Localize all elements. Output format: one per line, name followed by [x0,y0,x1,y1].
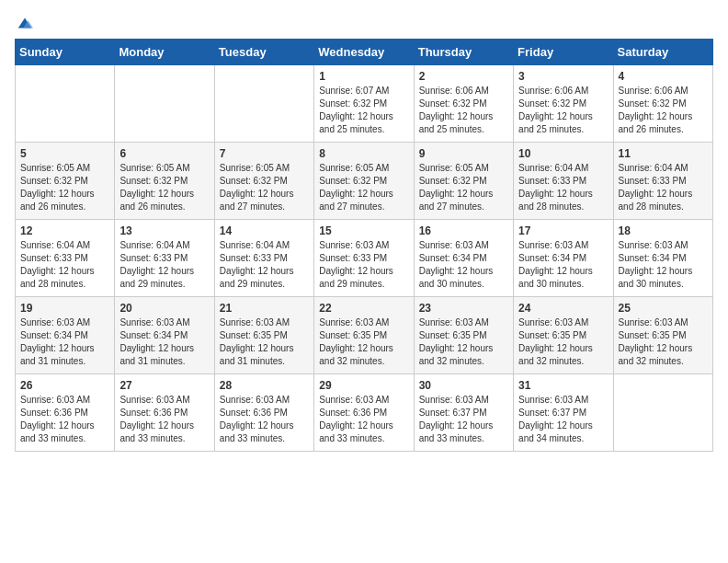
day-info: Sunrise: 6:03 AM Sunset: 6:35 PM Dayligh… [619,316,708,368]
day-info: Sunrise: 6:04 AM Sunset: 6:33 PM Dayligh… [119,239,209,291]
day-number: 18 [619,224,708,237]
calendar-cell: 18Sunrise: 6:03 AM Sunset: 6:34 PM Dayli… [613,220,712,297]
day-info: Sunrise: 6:06 AM Sunset: 6:32 PM Dayligh… [518,85,608,136]
day-info: Sunrise: 6:07 AM Sunset: 6:32 PM Dayligh… [319,85,408,136]
day-number: 15 [319,224,408,237]
day-info: Sunrise: 6:03 AM Sunset: 6:33 PM Dayligh… [319,239,408,291]
day-info: Sunrise: 6:05 AM Sunset: 6:32 PM Dayligh… [20,162,109,213]
day-info: Sunrise: 6:05 AM Sunset: 6:32 PM Dayligh… [119,162,209,213]
day-number: 6 [119,147,209,160]
calendar-cell: 9Sunrise: 6:05 AM Sunset: 6:32 PM Daylig… [414,143,513,220]
calendar-cell: 10Sunrise: 6:04 AM Sunset: 6:33 PM Dayli… [514,143,613,220]
day-info: Sunrise: 6:03 AM Sunset: 6:34 PM Dayligh… [20,316,109,368]
day-number: 13 [119,224,209,237]
day-number: 31 [518,379,608,392]
header-thursday: Thursday [414,40,513,65]
calendar-cell [115,65,214,143]
calendar-week-row: 1Sunrise: 6:07 AM Sunset: 6:32 PM Daylig… [16,65,713,143]
day-info: Sunrise: 6:06 AM Sunset: 6:32 PM Dayligh… [419,85,508,136]
calendar-cell: 2Sunrise: 6:06 AM Sunset: 6:32 PM Daylig… [414,65,513,143]
calendar-cell: 23Sunrise: 6:03 AM Sunset: 6:35 PM Dayli… [414,297,513,374]
calendar-cell: 26Sunrise: 6:03 AM Sunset: 6:36 PM Dayli… [16,374,115,452]
day-number: 29 [319,379,408,392]
day-info: Sunrise: 6:03 AM Sunset: 6:34 PM Dayligh… [518,239,608,291]
day-number: 25 [619,302,708,315]
calendar-cell: 13Sunrise: 6:04 AM Sunset: 6:33 PM Dayli… [115,220,214,297]
calendar-week-row: 26Sunrise: 6:03 AM Sunset: 6:36 PM Dayli… [16,374,713,452]
day-info: Sunrise: 6:03 AM Sunset: 6:37 PM Dayligh… [419,394,508,445]
day-number: 1 [319,70,408,83]
calendar-cell [613,374,712,452]
calendar-week-row: 19Sunrise: 6:03 AM Sunset: 6:34 PM Dayli… [16,297,713,374]
day-info: Sunrise: 6:05 AM Sunset: 6:32 PM Dayligh… [419,162,508,213]
calendar-cell: 6Sunrise: 6:05 AM Sunset: 6:32 PM Daylig… [115,143,214,220]
header-wednesday: Wednesday [314,40,414,65]
day-info: Sunrise: 6:04 AM Sunset: 6:33 PM Dayligh… [619,162,708,213]
header-saturday: Saturday [613,40,712,65]
calendar-cell: 29Sunrise: 6:03 AM Sunset: 6:36 PM Dayli… [314,374,414,452]
calendar-cell: 19Sunrise: 6:03 AM Sunset: 6:34 PM Dayli… [16,297,115,374]
day-info: Sunrise: 6:05 AM Sunset: 6:32 PM Dayligh… [319,162,408,213]
header-tuesday: Tuesday [214,40,313,65]
calendar-cell: 4Sunrise: 6:06 AM Sunset: 6:32 PM Daylig… [613,65,712,143]
calendar-cell: 28Sunrise: 6:03 AM Sunset: 6:36 PM Dayli… [214,374,313,452]
day-info: Sunrise: 6:03 AM Sunset: 6:36 PM Dayligh… [220,394,309,445]
calendar-header-row: SundayMondayTuesdayWednesdayThursdayFrid… [16,40,713,65]
day-info: Sunrise: 6:03 AM Sunset: 6:35 PM Dayligh… [518,316,608,368]
calendar-week-row: 12Sunrise: 6:04 AM Sunset: 6:33 PM Dayli… [16,220,713,297]
calendar-cell: 27Sunrise: 6:03 AM Sunset: 6:36 PM Dayli… [115,374,214,452]
header-monday: Monday [115,40,214,65]
day-info: Sunrise: 6:03 AM Sunset: 6:35 PM Dayligh… [419,316,508,368]
calendar-week-row: 5Sunrise: 6:05 AM Sunset: 6:32 PM Daylig… [16,143,713,220]
day-number: 28 [220,379,309,392]
day-number: 16 [419,224,508,237]
calendar-cell: 15Sunrise: 6:03 AM Sunset: 6:33 PM Dayli… [314,220,414,297]
calendar-cell: 8Sunrise: 6:05 AM Sunset: 6:32 PM Daylig… [314,143,414,220]
calendar-cell: 11Sunrise: 6:04 AM Sunset: 6:33 PM Dayli… [613,143,712,220]
day-number: 8 [319,147,408,160]
day-info: Sunrise: 6:03 AM Sunset: 6:35 PM Dayligh… [220,316,309,368]
calendar-cell: 22Sunrise: 6:03 AM Sunset: 6:35 PM Dayli… [314,297,414,374]
day-number: 26 [20,379,109,392]
day-info: Sunrise: 6:03 AM Sunset: 6:35 PM Dayligh… [319,316,408,368]
day-number: 27 [119,379,209,392]
header-friday: Friday [514,40,613,65]
day-info: Sunrise: 6:03 AM Sunset: 6:34 PM Dayligh… [119,316,209,368]
calendar-table: SundayMondayTuesdayWednesdayThursdayFrid… [15,39,713,452]
calendar-cell: 1Sunrise: 6:07 AM Sunset: 6:32 PM Daylig… [314,65,414,143]
day-number: 20 [119,302,209,315]
day-info: Sunrise: 6:03 AM Sunset: 6:36 PM Dayligh… [20,394,109,445]
day-number: 22 [319,302,408,315]
calendar-cell: 14Sunrise: 6:04 AM Sunset: 6:33 PM Dayli… [214,220,313,297]
logo [15,15,33,28]
day-number: 4 [619,70,708,83]
day-number: 19 [20,302,109,315]
calendar-cell: 7Sunrise: 6:05 AM Sunset: 6:32 PM Daylig… [214,143,313,220]
calendar-cell [16,65,115,143]
day-info: Sunrise: 6:03 AM Sunset: 6:36 PM Dayligh… [119,394,209,445]
day-number: 21 [220,302,309,315]
day-number: 24 [518,302,608,315]
day-info: Sunrise: 6:04 AM Sunset: 6:33 PM Dayligh… [220,239,309,291]
day-number: 23 [419,302,508,315]
day-number: 7 [220,147,309,160]
calendar-cell: 25Sunrise: 6:03 AM Sunset: 6:35 PM Dayli… [613,297,712,374]
day-info: Sunrise: 6:03 AM Sunset: 6:34 PM Dayligh… [619,239,708,291]
day-info: Sunrise: 6:05 AM Sunset: 6:32 PM Dayligh… [220,162,309,213]
day-info: Sunrise: 6:03 AM Sunset: 6:36 PM Dayligh… [319,394,408,445]
calendar-cell: 20Sunrise: 6:03 AM Sunset: 6:34 PM Dayli… [115,297,214,374]
day-info: Sunrise: 6:04 AM Sunset: 6:33 PM Dayligh… [20,239,109,291]
day-number: 30 [419,379,508,392]
calendar-cell: 21Sunrise: 6:03 AM Sunset: 6:35 PM Dayli… [214,297,313,374]
calendar-cell: 5Sunrise: 6:05 AM Sunset: 6:32 PM Daylig… [16,143,115,220]
day-number: 11 [619,147,708,160]
logo-icon [17,15,33,31]
day-info: Sunrise: 6:03 AM Sunset: 6:34 PM Dayligh… [419,239,508,291]
calendar-cell: 24Sunrise: 6:03 AM Sunset: 6:35 PM Dayli… [514,297,613,374]
calendar-cell: 30Sunrise: 6:03 AM Sunset: 6:37 PM Dayli… [414,374,513,452]
day-number: 10 [518,147,608,160]
day-number: 3 [518,70,608,83]
day-number: 14 [220,224,309,237]
day-number: 9 [419,147,508,160]
calendar-cell: 12Sunrise: 6:04 AM Sunset: 6:33 PM Dayli… [16,220,115,297]
